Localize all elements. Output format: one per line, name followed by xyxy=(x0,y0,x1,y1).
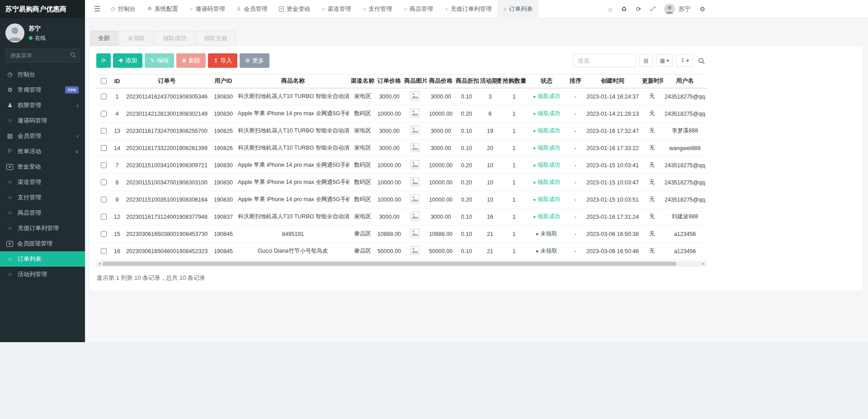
row-checkbox[interactable] xyxy=(101,94,107,99)
clear-cache-icon[interactable]: ⟳ xyxy=(636,5,642,13)
status-badge: ●领取成功 xyxy=(533,213,560,220)
cell-status: ●领取成功 xyxy=(527,122,566,140)
cell-order_no: 20230306165038001908453730 xyxy=(123,226,210,243)
cell-qty: 1 xyxy=(501,157,527,174)
row-checkbox[interactable] xyxy=(101,111,107,117)
topnav-item-member[interactable]: ♙会员管理 xyxy=(231,0,273,18)
column-header-4: 渠道名称 xyxy=(349,75,376,88)
tab-all[interactable]: 全部 xyxy=(90,31,118,46)
column-header-5: 订单价格 xyxy=(376,75,403,88)
circle-icon: ○ xyxy=(6,255,14,263)
table-row: 820230115100347001908303100190830Apple 苹… xyxy=(96,174,707,191)
tab-claim-success[interactable]: 领取成功 xyxy=(155,31,194,46)
home-icon[interactable]: ⌂ xyxy=(608,5,612,13)
sidebar-item-console[interactable]: ◷控制台 xyxy=(0,67,85,82)
refresh-button[interactable]: ⟳ xyxy=(96,53,111,68)
columns-button[interactable]: ▦▾ xyxy=(656,54,673,67)
cell-order_no: 20230114212813001908302149 xyxy=(123,105,210,122)
topnav-item-payment[interactable]: ○支付管理 xyxy=(357,0,398,18)
sidebar-item-withdraw[interactable]: ¥会员提现管理 xyxy=(0,236,85,251)
topnav-item-config[interactable]: ⚙系统配置 xyxy=(142,0,184,18)
import-button[interactable]: ↥导入 xyxy=(208,53,237,68)
row-checkbox[interactable] xyxy=(101,214,107,220)
sidebar-item-general[interactable]: ⚙常规管理new xyxy=(0,82,85,98)
export-button[interactable]: ↧▾ xyxy=(676,54,693,67)
sidebar-item-activity[interactable]: ○活动列管理 xyxy=(0,267,85,282)
row-checkbox[interactable] xyxy=(101,179,107,185)
row-checkbox[interactable] xyxy=(101,128,107,134)
cell-username: wangwei888 xyxy=(663,140,707,157)
cell-order_no: 20230116173124001908377948 xyxy=(123,208,210,226)
row-checkbox[interactable] xyxy=(101,197,107,202)
cell-user_id: 190826 xyxy=(210,140,236,157)
trash-icon: ✖ xyxy=(182,57,186,64)
row-checkbox[interactable] xyxy=(101,162,107,168)
table-search-input[interactable] xyxy=(573,54,636,67)
cell-username: 243518275@qq.com xyxy=(663,105,707,122)
app-title: 苏宁易购商户优惠商 xyxy=(0,0,85,18)
cell-discount: 0.20 xyxy=(454,174,479,191)
cell-status: ●领取成功 xyxy=(527,174,566,191)
scroll-left-arrow[interactable]: ◂ xyxy=(96,261,103,267)
cell-channel: 家电区 xyxy=(349,122,376,140)
scroll-right-arrow[interactable]: ▸ xyxy=(700,261,707,267)
dashboard-icon: ◷ xyxy=(6,71,14,78)
row-checkbox[interactable] xyxy=(101,248,107,254)
gear-icon[interactable]: ⚙ xyxy=(699,5,705,13)
sidebar-item-recharge[interactable]: ○充值订单列管理 xyxy=(0,221,85,236)
topnav-item-channel[interactable]: ○渠道管理 xyxy=(316,0,357,18)
tab-unclaimed[interactable]: 未领取 xyxy=(119,31,153,46)
topnav-item-funds[interactable]: ¥资金变动 xyxy=(273,0,316,18)
fullscreen-icon[interactable]: ⤢ xyxy=(650,5,655,13)
topnav-item-invite[interactable]: ○邀请码管理 xyxy=(184,0,231,18)
menu-search-input[interactable] xyxy=(5,49,80,62)
sidebar-item-channel[interactable]: ○渠道管理 xyxy=(0,174,85,190)
search-icon xyxy=(70,52,76,59)
column-header-10: 抢购数量 xyxy=(501,75,527,88)
cell-updated_at: 无 xyxy=(641,88,663,105)
table-row: 1320230116173247001908255700190825科沃斯扫地机… xyxy=(96,122,707,140)
sidebar-item-label: 抢单活动 xyxy=(18,148,41,155)
cell-checkbox xyxy=(96,140,111,157)
topnav-item-recharge[interactable]: ○充值订单列管理 xyxy=(439,0,498,18)
topnav-item-orders[interactable]: ○订单列表 xyxy=(497,0,538,18)
cell-sort: - xyxy=(566,105,585,122)
sidebar-item-member[interactable]: ▤会员管理‹ xyxy=(0,128,85,144)
table-row: 1620230306165046001908452323190845Gucci … xyxy=(96,243,707,260)
menu-toggle-icon[interactable]: ☰ xyxy=(90,5,105,13)
add-button[interactable]: ✚添加 xyxy=(113,53,142,68)
horizontal-scrollbar[interactable]: ◂ ▸ xyxy=(96,261,707,267)
tab-claim-fail[interactable]: 领取失败 xyxy=(196,31,236,46)
sidebar-item-funds[interactable]: ¥资金变动 xyxy=(0,159,85,174)
sidebar-item-grab[interactable]: ⚐抢单活动∨ xyxy=(0,144,85,159)
more-button[interactable]: ⚙更多 xyxy=(240,53,269,68)
column-header-12: 排序 xyxy=(566,75,585,88)
cell-channel: 数码区 xyxy=(349,174,376,191)
scrollbar-thumb[interactable] xyxy=(103,262,676,266)
sidebar-user-status: 在线 xyxy=(29,34,46,42)
status-dot-icon: ● xyxy=(536,231,538,236)
sidebar-item-orders[interactable]: ○订单列表 xyxy=(0,251,85,267)
row-checkbox[interactable] xyxy=(101,231,107,237)
delete-button[interactable]: ✖删除 xyxy=(176,53,206,68)
topnav-item-goods[interactable]: ○商品管理 xyxy=(398,0,439,18)
edit-button[interactable]: ✎编辑 xyxy=(145,53,174,68)
search-button[interactable] xyxy=(696,57,707,64)
cell-period: 20 xyxy=(479,140,501,157)
topnav-item-console[interactable]: ◷控制台 xyxy=(105,0,142,18)
broken-image-icon xyxy=(410,91,420,102)
sidebar-item-goods[interactable]: ○商品管理 xyxy=(0,205,85,221)
new-badge: new xyxy=(65,86,79,94)
broken-image-icon xyxy=(410,246,420,256)
cell-id: 15 xyxy=(111,226,123,243)
sidebar-item-payment[interactable]: ○支付管理 xyxy=(0,190,85,205)
row-checkbox[interactable] xyxy=(101,145,107,151)
status-dot-icon: ● xyxy=(533,111,536,116)
select-all-checkbox[interactable] xyxy=(101,78,107,84)
toggle-view-button[interactable]: ▤ xyxy=(639,54,652,67)
cell-channel: 数码区 xyxy=(349,105,376,122)
trash-icon[interactable]: ♻ xyxy=(621,5,627,13)
sidebar-item-auth[interactable]: ♟权限管理‹ xyxy=(0,98,85,113)
topnav-user[interactable]: 苏宁 xyxy=(664,4,690,14)
sidebar-item-invite[interactable]: ○邀请码管理 xyxy=(0,113,85,128)
